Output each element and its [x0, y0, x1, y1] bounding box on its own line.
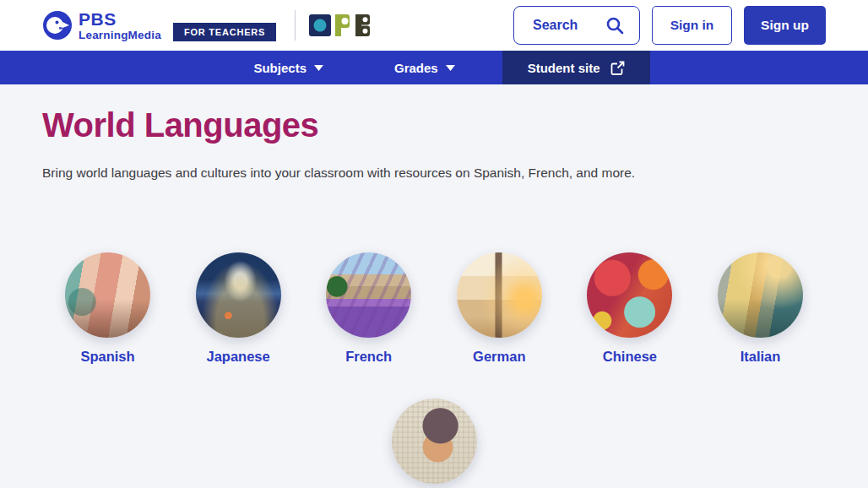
language-image-spanish[interactable]: [65, 252, 150, 338]
language-image-mosaic[interactable]: [392, 399, 477, 484]
nav-subjects-label: Subjects: [253, 61, 307, 75]
language-link-japanese[interactable]: Japanese: [207, 349, 270, 365]
pbs-learningmedia-logo[interactable]: PBS LearningMedia: [42, 10, 161, 41]
language-card-french: French: [303, 252, 434, 365]
language-image-japanese[interactable]: [196, 252, 281, 338]
nav-grades-menu[interactable]: Grades: [374, 51, 475, 84]
page-subtitle: Bring world languages and cultures into …: [42, 165, 826, 182]
search-placeholder: Search: [533, 18, 578, 33]
search-input[interactable]: Search: [513, 6, 640, 45]
nav-student-site-label: Student site: [528, 61, 600, 75]
language-card-german: German: [434, 252, 565, 365]
language-link-italian[interactable]: Italian: [741, 349, 781, 365]
external-link-icon: [610, 61, 625, 75]
language-card-japanese: Japanese: [173, 252, 304, 365]
nav-grades-label: Grades: [394, 61, 438, 75]
pbs-face-icon: [42, 10, 73, 41]
primary-nav: Subjects Grades Student site: [0, 51, 868, 84]
language-image-french[interactable]: [326, 252, 411, 338]
language-link-german[interactable]: German: [473, 349, 525, 365]
header-right-group: Search Sign in Sign up: [513, 6, 826, 45]
language-card-chinese: Chinese: [565, 252, 696, 365]
sign-in-button[interactable]: Sign in: [652, 6, 732, 45]
language-link-french[interactable]: French: [345, 349, 392, 365]
page-title: World Languages: [42, 84, 826, 144]
language-link-spanish[interactable]: Spanish: [80, 349, 134, 365]
pbs-wordmark: PBS: [79, 10, 161, 28]
sign-up-button[interactable]: Sign up: [744, 6, 826, 45]
language-grid: Spanish Japanese French German Chinese I…: [42, 252, 826, 488]
for-teachers-badge: FOR TEACHERS: [173, 23, 276, 41]
language-card-mosaic: [369, 399, 500, 488]
nav-student-site-link[interactable]: Student site: [502, 51, 650, 84]
main-content: World Languages Bring world languages an…: [0, 84, 868, 488]
nav-subjects-menu[interactable]: Subjects: [233, 51, 344, 84]
site-header: PBS LearningMedia FOR TEACHERS: [0, 0, 868, 51]
chevron-down-icon: [446, 65, 455, 71]
header-left-group: PBS LearningMedia FOR TEACHERS: [42, 10, 375, 41]
language-card-spanish: Spanish: [42, 252, 173, 365]
chevron-down-icon: [314, 65, 323, 71]
station-logo-opb[interactable]: [309, 14, 375, 37]
learningmedia-wordmark: LearningMedia: [79, 30, 161, 41]
header-divider: [295, 10, 296, 41]
language-image-chinese[interactable]: [587, 252, 672, 338]
pbs-logo-text: PBS LearningMedia: [79, 10, 161, 41]
language-card-italian: Italian: [695, 252, 826, 365]
language-image-german[interactable]: [457, 252, 542, 338]
language-image-italian[interactable]: [718, 252, 803, 338]
opb-logo-icon: [309, 14, 375, 37]
language-link-chinese[interactable]: Chinese: [603, 349, 657, 365]
magnifier-icon[interactable]: [605, 16, 624, 35]
